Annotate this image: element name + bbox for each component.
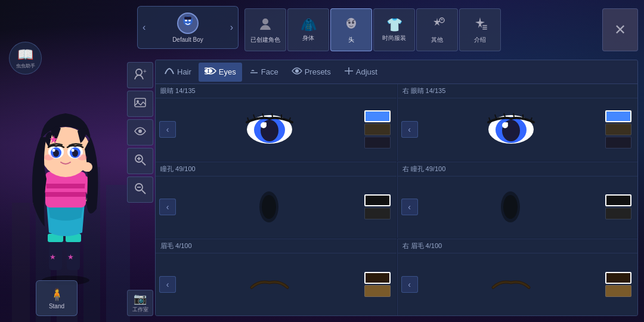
- main-panel: Hair Eyes Face: [155, 60, 638, 316]
- head-icon: [343, 16, 360, 35]
- image-button[interactable]: [127, 91, 153, 117]
- svg-point-42: [136, 69, 142, 75]
- right-eye-swatch-1[interactable]: [605, 110, 631, 122]
- right-eye-swatch-2[interactable]: [605, 123, 631, 135]
- right-eye-prev[interactable]: ‹: [401, 121, 418, 138]
- nav-tab-intro[interactable]: 介绍: [459, 8, 501, 51]
- nav-tab-created[interactable]: 已创建角色: [244, 8, 286, 51]
- stand-icon: 🧍: [49, 287, 64, 302]
- nav-tab-body[interactable]: 🧥 身体: [287, 8, 329, 51]
- close-icon: ✕: [614, 21, 626, 38]
- nav-tab-other[interactable]: 其他: [416, 8, 458, 51]
- stand-button[interactable]: 🧍 Stand: [36, 280, 78, 316]
- workshop-button[interactable]: 📷 工作室: [127, 290, 153, 316]
- zoom-in-button[interactable]: [127, 148, 153, 174]
- tab-presets[interactable]: Presets: [286, 63, 337, 82]
- svg-line-79: [513, 113, 514, 117]
- left-eye-swatches: [363, 108, 393, 151]
- presets-tab-label: Presets: [305, 67, 331, 76]
- right-pupil-swatches: [604, 192, 634, 222]
- svg-point-83: [262, 195, 276, 219]
- adjust-tab-label: Adjust: [356, 67, 377, 76]
- char-next-arrow[interactable]: ›: [230, 22, 233, 33]
- right-brow-preview: [418, 267, 605, 302]
- svg-text:★: ★: [49, 253, 56, 261]
- left-eye-swatch-1[interactable]: [364, 110, 391, 122]
- character-display: ★ ★ ★: [12, 60, 119, 286]
- left-eye-svg: [243, 112, 296, 147]
- right-pupil-swatch-2[interactable]: [605, 208, 631, 219]
- face-tab-icon: [249, 67, 259, 77]
- right-eye-header: 右 眼睛 14/135: [398, 84, 638, 98]
- tab-eyes[interactable]: Eyes: [199, 63, 242, 82]
- svg-point-25: [52, 149, 55, 152]
- char-info: Default Boy: [172, 13, 203, 43]
- zoom-out-button[interactable]: [127, 177, 153, 203]
- left-eye-prev[interactable]: ‹: [159, 121, 176, 138]
- svg-text:+: +: [143, 68, 147, 75]
- right-pupil-header: 右 瞳孔 49/100: [398, 162, 638, 177]
- other-icon: [429, 16, 445, 35]
- right-eye-swatch-3[interactable]: [605, 137, 631, 148]
- left-eye-body: ‹: [156, 98, 397, 161]
- left-pupil-swatches: [363, 192, 393, 222]
- left-brow-swatch-1[interactable]: [364, 272, 391, 284]
- left-eye-swatch-3[interactable]: [364, 137, 391, 148]
- right-pupil-prev[interactable]: ‹: [401, 199, 418, 215]
- right-pupil-preview: [418, 186, 605, 228]
- right-eye-preview: [418, 112, 605, 147]
- tab-adjust[interactable]: Adjust: [338, 63, 383, 82]
- nav-label-head: 头: [348, 36, 354, 44]
- left-pupil-swatch-1[interactable]: [364, 194, 391, 206]
- left-pupil-section: 瞳孔 49/100 ‹ ›: [156, 162, 397, 239]
- nav-tab-fashion[interactable]: 👕 时尚服装: [373, 8, 415, 51]
- left-brow-swatches: [363, 270, 393, 299]
- left-pupil-prev[interactable]: ‹: [159, 199, 176, 215]
- svg-line-65: [247, 117, 249, 121]
- svg-line-52: [142, 190, 145, 194]
- svg-point-46: [138, 129, 142, 133]
- eye-toggle-button[interactable]: [127, 119, 153, 145]
- left-pupil-header: 瞳孔 49/100: [156, 162, 397, 177]
- right-pupil-swatch-1[interactable]: [605, 194, 631, 206]
- nav-label-other: 其他: [431, 36, 443, 44]
- left-eye-swatch-2[interactable]: [364, 123, 391, 135]
- top-nav: 已创建角色 🧥 身体 头 👕 时尚服装 其: [244, 6, 638, 54]
- close-button[interactable]: ✕: [602, 8, 638, 51]
- left-brow-prev[interactable]: ‹: [159, 276, 176, 293]
- svg-rect-13: [45, 184, 86, 188]
- eye-toggle-icon: [134, 125, 147, 141]
- right-brow-swatch-2[interactable]: [605, 285, 631, 297]
- add-char-button[interactable]: +: [127, 62, 153, 88]
- svg-rect-33: [184, 17, 191, 20]
- workshop-label: 工作室: [132, 306, 148, 314]
- left-brow-body: ‹ ›: [156, 253, 397, 315]
- left-brow-preview: [176, 267, 363, 302]
- svg-point-75: [506, 122, 508, 125]
- left-pupil-body: ‹ ›: [156, 177, 397, 239]
- left-brow-section: 眉毛 4/100 ‹ ›: [156, 239, 397, 315]
- char-prev-arrow[interactable]: ‹: [143, 22, 145, 33]
- tab-hair[interactable]: Hair: [158, 63, 197, 82]
- left-brow-swatch-2[interactable]: [364, 285, 391, 297]
- nav-label-body: 身体: [302, 34, 314, 42]
- right-brow-swatch-1[interactable]: [605, 272, 631, 284]
- left-pupil-swatch-2[interactable]: [364, 208, 391, 219]
- svg-line-77: [495, 114, 496, 118]
- nav-tab-head[interactable]: 头: [330, 8, 372, 51]
- svg-line-48: [142, 162, 145, 165]
- eyes-tab-label: Eyes: [219, 67, 236, 76]
- created-icon: [257, 16, 274, 35]
- svg-rect-39: [482, 25, 487, 26]
- char-avatar: [177, 13, 199, 34]
- fashion-icon: 👕: [386, 17, 402, 33]
- svg-point-57: [295, 69, 299, 73]
- tab-face[interactable]: Face: [243, 63, 284, 82]
- nav-label-intro: 介绍: [474, 36, 486, 44]
- right-brow-prev[interactable]: ‹: [401, 276, 418, 293]
- right-eye-svg: [484, 112, 538, 147]
- zoom-in-icon: [134, 153, 147, 169]
- svg-point-27: [44, 154, 54, 160]
- left-brow-svg: [249, 274, 290, 295]
- svg-point-35: [346, 18, 356, 29]
